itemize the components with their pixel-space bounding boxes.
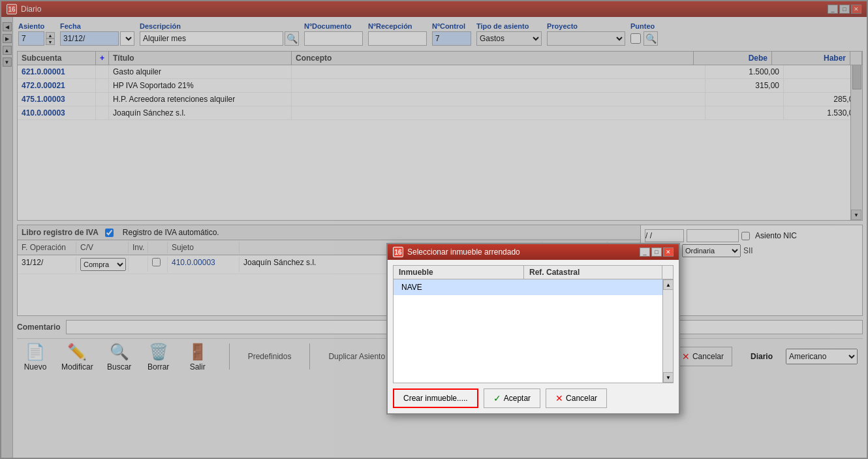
dialog-scroll-up[interactable]: ▲ [663,279,674,290]
dialog-scrollbar[interactable]: ▲ ▼ [662,279,673,383]
dialog-aceptar-button[interactable]: ✓ Aceptar [484,388,540,408]
dialog-content: Inmueble Ref. Catastral NAVE ▲ ▼ [388,260,679,413]
dialog-td-refcat [529,281,668,293]
dialog-maximize-btn[interactable]: □ [651,247,662,257]
dialog-close-btn[interactable]: ✕ [663,247,674,257]
main-window: 16 Diario _ □ ✕ ◀ ▶ ▲ ▼ Asiento 7 [0,0,868,459]
seleccionar-inmueble-dialog: 16 Seleccionar inmueble arrendado _ □ ✕ … [386,243,680,415]
dialog-title-buttons: _ □ ✕ [640,247,674,257]
dialog-cancelar-x-icon: ✕ [555,393,563,404]
dialog-scroll-down[interactable]: ▼ [663,372,674,383]
dialog-row-nave[interactable]: NAVE [394,279,673,295]
dialog-buttons: Crear inmueble..... ✓ Aceptar ✕ Cancelar [393,388,674,408]
dialog-scroll-bottom: ▼ [663,372,674,383]
dialog-title-left: 16 Seleccionar inmueble arrendado [393,247,520,257]
dialog-aceptar-check-icon: ✓ [493,393,501,404]
dialog-th-scroll [662,266,673,279]
dialog-cancelar-button[interactable]: ✕ Cancelar [546,388,607,408]
dialog-th-refcat: Ref. Catastral [524,266,662,279]
dialog-icon: 16 [393,247,403,257]
dialog-title-bar: 16 Seleccionar inmueble arrendado _ □ ✕ [388,244,679,260]
dialog-aceptar-label: Aceptar [504,394,531,403]
dialog-td-inmueble: NAVE [399,281,529,293]
dialog-table-header: Inmueble Ref. Catastral [393,265,674,279]
dialog-title: Seleccionar inmueble arrendado [407,247,520,257]
dialog-th-inmueble: Inmueble [394,266,524,279]
dialog-cancelar-label: Cancelar [566,394,597,403]
dialog-table-body: NAVE ▲ ▼ [393,279,674,383]
crear-inmueble-button[interactable]: Crear inmueble..... [393,388,478,408]
dialog-minimize-btn[interactable]: _ [640,247,650,257]
